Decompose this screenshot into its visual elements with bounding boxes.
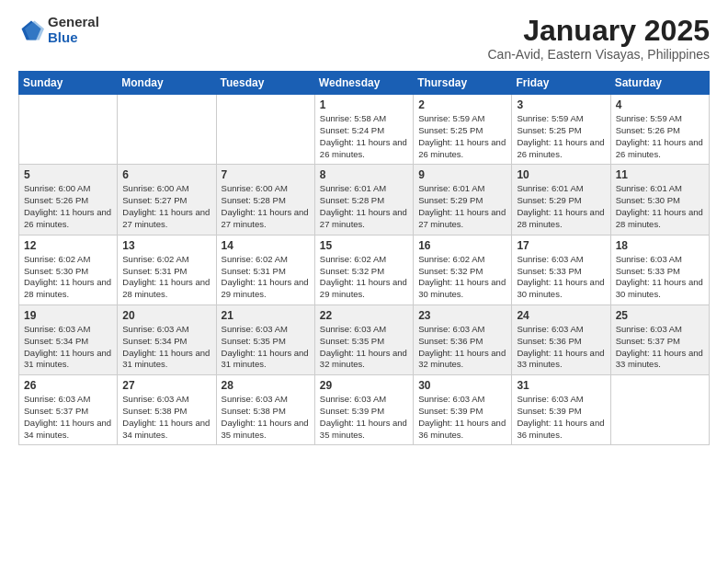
calendar-cell: 8Sunrise: 6:01 AM Sunset: 5:28 PM Daylig… — [314, 165, 413, 235]
calendar-cell: 18Sunrise: 6:03 AM Sunset: 5:33 PM Dayli… — [610, 235, 709, 304]
day-number: 17 — [517, 239, 605, 252]
day-info: Sunrise: 6:03 AM Sunset: 5:33 PM Dayligh… — [616, 254, 704, 301]
weekday-row: SundayMondayTuesdayWednesdayThursdayFrid… — [19, 72, 710, 95]
day-info: Sunrise: 6:00 AM Sunset: 5:28 PM Dayligh… — [222, 183, 310, 230]
day-number: 11 — [616, 168, 704, 181]
day-info: Sunrise: 6:03 AM Sunset: 5:37 PM Dayligh… — [24, 394, 112, 441]
calendar-cell — [610, 375, 709, 445]
day-info: Sunrise: 6:02 AM Sunset: 5:32 PM Dayligh… — [320, 254, 408, 301]
calendar-cell: 7Sunrise: 6:00 AM Sunset: 5:28 PM Daylig… — [216, 165, 314, 235]
day-number: 28 — [222, 379, 310, 392]
day-info: Sunrise: 6:03 AM Sunset: 5:35 PM Dayligh… — [320, 324, 408, 371]
calendar-cell: 12Sunrise: 6:02 AM Sunset: 5:30 PM Dayli… — [19, 235, 118, 304]
day-info: Sunrise: 5:58 AM Sunset: 5:24 PM Dayligh… — [320, 113, 408, 160]
calendar-cell: 6Sunrise: 6:00 AM Sunset: 5:27 PM Daylig… — [118, 165, 216, 235]
day-info: Sunrise: 6:00 AM Sunset: 5:26 PM Dayligh… — [24, 183, 112, 230]
day-number: 27 — [122, 379, 210, 392]
calendar-cell — [19, 95, 118, 165]
day-number: 30 — [418, 379, 506, 392]
day-info: Sunrise: 5:59 AM Sunset: 5:25 PM Dayligh… — [418, 113, 506, 160]
day-number: 25 — [616, 309, 704, 322]
calendar-cell: 13Sunrise: 6:02 AM Sunset: 5:31 PM Dayli… — [118, 235, 216, 304]
day-number: 10 — [517, 168, 605, 181]
day-info: Sunrise: 6:03 AM Sunset: 5:39 PM Dayligh… — [320, 394, 408, 441]
calendar-cell: 24Sunrise: 6:03 AM Sunset: 5:36 PM Dayli… — [512, 304, 610, 374]
title-block: January 2025 Can-Avid, Eastern Visayas, … — [488, 15, 711, 62]
logo-blue-text: Blue — [48, 30, 99, 46]
calendar-week-3: 12Sunrise: 6:02 AM Sunset: 5:30 PM Dayli… — [19, 235, 710, 304]
day-number: 21 — [222, 309, 310, 322]
day-number: 20 — [122, 309, 210, 322]
day-number: 23 — [418, 309, 506, 322]
day-number: 8 — [320, 168, 408, 181]
calendar-cell: 21Sunrise: 6:03 AM Sunset: 5:35 PM Dayli… — [216, 304, 314, 374]
day-info: Sunrise: 6:01 AM Sunset: 5:30 PM Dayligh… — [616, 183, 704, 230]
calendar-cell: 15Sunrise: 6:02 AM Sunset: 5:32 PM Dayli… — [314, 235, 413, 304]
day-number: 15 — [320, 239, 408, 252]
calendar-cell: 25Sunrise: 6:03 AM Sunset: 5:37 PM Dayli… — [610, 304, 709, 374]
header: General Blue January 2025 Can-Avid, East… — [18, 15, 710, 62]
calendar-header: SundayMondayTuesdayWednesdayThursdayFrid… — [19, 72, 710, 95]
calendar-cell: 27Sunrise: 6:03 AM Sunset: 5:38 PM Dayli… — [118, 375, 216, 445]
day-number: 29 — [320, 379, 408, 392]
calendar-cell: 30Sunrise: 6:03 AM Sunset: 5:39 PM Dayli… — [414, 375, 512, 445]
day-number: 4 — [616, 98, 704, 111]
calendar-week-2: 5Sunrise: 6:00 AM Sunset: 5:26 PM Daylig… — [19, 165, 710, 235]
calendar-cell: 23Sunrise: 6:03 AM Sunset: 5:36 PM Dayli… — [414, 304, 512, 374]
day-info: Sunrise: 6:03 AM Sunset: 5:38 PM Dayligh… — [122, 394, 210, 441]
calendar-cell: 1Sunrise: 5:58 AM Sunset: 5:24 PM Daylig… — [314, 95, 413, 165]
calendar-cell: 2Sunrise: 5:59 AM Sunset: 5:25 PM Daylig… — [414, 95, 512, 165]
day-number: 18 — [616, 239, 704, 252]
logo-text: General Blue — [48, 15, 99, 45]
day-info: Sunrise: 6:03 AM Sunset: 5:34 PM Dayligh… — [122, 324, 210, 371]
calendar-cell: 31Sunrise: 6:03 AM Sunset: 5:39 PM Dayli… — [512, 375, 610, 445]
day-number: 22 — [320, 309, 408, 322]
day-number: 16 — [418, 239, 506, 252]
weekday-header-thursday: Thursday — [414, 72, 512, 95]
weekday-header-friday: Friday — [512, 72, 610, 95]
calendar-cell: 19Sunrise: 6:03 AM Sunset: 5:34 PM Dayli… — [19, 304, 118, 374]
calendar-cell: 14Sunrise: 6:02 AM Sunset: 5:31 PM Dayli… — [216, 235, 314, 304]
day-info: Sunrise: 6:03 AM Sunset: 5:39 PM Dayligh… — [418, 394, 506, 441]
day-number: 1 — [320, 98, 408, 111]
day-info: Sunrise: 6:03 AM Sunset: 5:34 PM Dayligh… — [24, 324, 112, 371]
calendar-cell: 5Sunrise: 6:00 AM Sunset: 5:26 PM Daylig… — [19, 165, 118, 235]
day-info: Sunrise: 6:02 AM Sunset: 5:30 PM Dayligh… — [24, 254, 112, 301]
day-info: Sunrise: 6:03 AM Sunset: 5:39 PM Dayligh… — [517, 394, 605, 441]
logo: General Blue — [18, 15, 99, 45]
day-info: Sunrise: 6:03 AM Sunset: 5:36 PM Dayligh… — [418, 324, 506, 371]
day-info: Sunrise: 6:01 AM Sunset: 5:28 PM Dayligh… — [320, 183, 408, 230]
calendar-body: 1Sunrise: 5:58 AM Sunset: 5:24 PM Daylig… — [19, 95, 710, 445]
weekday-header-tuesday: Tuesday — [216, 72, 314, 95]
day-info: Sunrise: 6:02 AM Sunset: 5:31 PM Dayligh… — [122, 254, 210, 301]
day-number: 13 — [122, 239, 210, 252]
page: General Blue January 2025 Can-Avid, East… — [0, 0, 728, 454]
calendar-cell: 11Sunrise: 6:01 AM Sunset: 5:30 PM Dayli… — [610, 165, 709, 235]
calendar-cell: 20Sunrise: 6:03 AM Sunset: 5:34 PM Dayli… — [118, 304, 216, 374]
day-number: 2 — [418, 98, 506, 111]
calendar-week-4: 19Sunrise: 6:03 AM Sunset: 5:34 PM Dayli… — [19, 304, 710, 374]
location-title: Can-Avid, Eastern Visayas, Philippines — [488, 47, 711, 62]
day-number: 5 — [24, 168, 112, 181]
day-info: Sunrise: 6:03 AM Sunset: 5:38 PM Dayligh… — [222, 394, 310, 441]
calendar-cell: 29Sunrise: 6:03 AM Sunset: 5:39 PM Dayli… — [314, 375, 413, 445]
day-info: Sunrise: 6:01 AM Sunset: 5:29 PM Dayligh… — [517, 183, 605, 230]
calendar-cell — [118, 95, 216, 165]
logo-general-text: General — [48, 15, 99, 30]
day-info: Sunrise: 6:02 AM Sunset: 5:31 PM Dayligh… — [222, 254, 310, 301]
weekday-header-monday: Monday — [118, 72, 216, 95]
calendar-cell: 10Sunrise: 6:01 AM Sunset: 5:29 PM Dayli… — [512, 165, 610, 235]
calendar-cell: 3Sunrise: 5:59 AM Sunset: 5:25 PM Daylig… — [512, 95, 610, 165]
weekday-header-wednesday: Wednesday — [314, 72, 413, 95]
calendar-cell: 22Sunrise: 6:03 AM Sunset: 5:35 PM Dayli… — [314, 304, 413, 374]
day-number: 12 — [24, 239, 112, 252]
calendar-table: SundayMondayTuesdayWednesdayThursdayFrid… — [18, 71, 710, 445]
weekday-header-saturday: Saturday — [610, 72, 709, 95]
calendar-week-5: 26Sunrise: 6:03 AM Sunset: 5:37 PM Dayli… — [19, 375, 710, 445]
calendar-cell: 4Sunrise: 5:59 AM Sunset: 5:26 PM Daylig… — [610, 95, 709, 165]
day-info: Sunrise: 6:03 AM Sunset: 5:37 PM Dayligh… — [616, 324, 704, 371]
calendar-cell — [216, 95, 314, 165]
calendar-cell: 26Sunrise: 6:03 AM Sunset: 5:37 PM Dayli… — [19, 375, 118, 445]
day-info: Sunrise: 6:02 AM Sunset: 5:32 PM Dayligh… — [418, 254, 506, 301]
calendar-cell: 28Sunrise: 6:03 AM Sunset: 5:38 PM Dayli… — [216, 375, 314, 445]
